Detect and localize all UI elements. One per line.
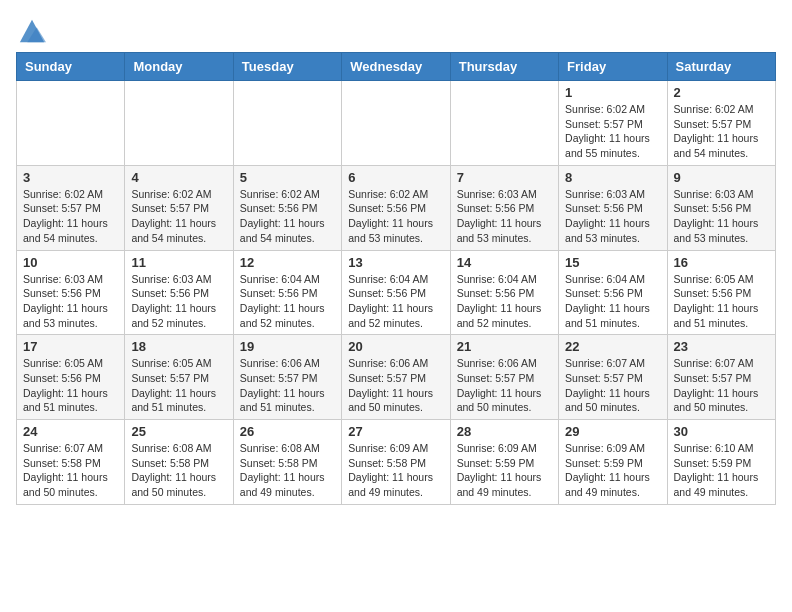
day-number: 13 — [348, 255, 443, 270]
calendar-cell: 11Sunrise: 6:03 AM Sunset: 5:56 PM Dayli… — [125, 250, 233, 335]
day-info: Sunrise: 6:07 AM Sunset: 5:57 PM Dayligh… — [674, 356, 769, 415]
page-header — [16, 16, 776, 40]
day-info: Sunrise: 6:05 AM Sunset: 5:56 PM Dayligh… — [674, 272, 769, 331]
day-number: 11 — [131, 255, 226, 270]
day-number: 8 — [565, 170, 660, 185]
calendar-cell: 25Sunrise: 6:08 AM Sunset: 5:58 PM Dayli… — [125, 420, 233, 505]
calendar-cell: 28Sunrise: 6:09 AM Sunset: 5:59 PM Dayli… — [450, 420, 558, 505]
day-info: Sunrise: 6:07 AM Sunset: 5:57 PM Dayligh… — [565, 356, 660, 415]
day-number: 27 — [348, 424, 443, 439]
day-info: Sunrise: 6:10 AM Sunset: 5:59 PM Dayligh… — [674, 441, 769, 500]
calendar-cell: 17Sunrise: 6:05 AM Sunset: 5:56 PM Dayli… — [17, 335, 125, 420]
day-number: 3 — [23, 170, 118, 185]
day-number: 9 — [674, 170, 769, 185]
calendar-week-row: 17Sunrise: 6:05 AM Sunset: 5:56 PM Dayli… — [17, 335, 776, 420]
day-number: 22 — [565, 339, 660, 354]
calendar-cell: 3Sunrise: 6:02 AM Sunset: 5:57 PM Daylig… — [17, 165, 125, 250]
day-info: Sunrise: 6:08 AM Sunset: 5:58 PM Dayligh… — [240, 441, 335, 500]
day-info: Sunrise: 6:07 AM Sunset: 5:58 PM Dayligh… — [23, 441, 118, 500]
day-number: 6 — [348, 170, 443, 185]
calendar-cell: 14Sunrise: 6:04 AM Sunset: 5:56 PM Dayli… — [450, 250, 558, 335]
calendar-cell: 26Sunrise: 6:08 AM Sunset: 5:58 PM Dayli… — [233, 420, 341, 505]
calendar-table: SundayMondayTuesdayWednesdayThursdayFrid… — [16, 52, 776, 505]
day-header-friday: Friday — [559, 53, 667, 81]
calendar-cell: 16Sunrise: 6:05 AM Sunset: 5:56 PM Dayli… — [667, 250, 775, 335]
day-info: Sunrise: 6:03 AM Sunset: 5:56 PM Dayligh… — [565, 187, 660, 246]
day-number: 10 — [23, 255, 118, 270]
day-header-saturday: Saturday — [667, 53, 775, 81]
calendar-cell: 24Sunrise: 6:07 AM Sunset: 5:58 PM Dayli… — [17, 420, 125, 505]
day-info: Sunrise: 6:08 AM Sunset: 5:58 PM Dayligh… — [131, 441, 226, 500]
day-number: 12 — [240, 255, 335, 270]
calendar-cell — [342, 81, 450, 166]
calendar-cell: 2Sunrise: 6:02 AM Sunset: 5:57 PM Daylig… — [667, 81, 775, 166]
calendar-cell: 30Sunrise: 6:10 AM Sunset: 5:59 PM Dayli… — [667, 420, 775, 505]
calendar-cell — [450, 81, 558, 166]
calendar-cell: 1Sunrise: 6:02 AM Sunset: 5:57 PM Daylig… — [559, 81, 667, 166]
day-number: 20 — [348, 339, 443, 354]
day-info: Sunrise: 6:02 AM Sunset: 5:57 PM Dayligh… — [565, 102, 660, 161]
calendar-week-row: 10Sunrise: 6:03 AM Sunset: 5:56 PM Dayli… — [17, 250, 776, 335]
calendar-cell — [17, 81, 125, 166]
day-info: Sunrise: 6:06 AM Sunset: 5:57 PM Dayligh… — [348, 356, 443, 415]
day-number: 15 — [565, 255, 660, 270]
day-info: Sunrise: 6:04 AM Sunset: 5:56 PM Dayligh… — [348, 272, 443, 331]
day-number: 2 — [674, 85, 769, 100]
day-number: 19 — [240, 339, 335, 354]
day-number: 17 — [23, 339, 118, 354]
day-info: Sunrise: 6:09 AM Sunset: 5:58 PM Dayligh… — [348, 441, 443, 500]
day-info: Sunrise: 6:03 AM Sunset: 5:56 PM Dayligh… — [131, 272, 226, 331]
day-number: 1 — [565, 85, 660, 100]
day-info: Sunrise: 6:06 AM Sunset: 5:57 PM Dayligh… — [240, 356, 335, 415]
day-number: 26 — [240, 424, 335, 439]
day-header-monday: Monday — [125, 53, 233, 81]
calendar-cell: 6Sunrise: 6:02 AM Sunset: 5:56 PM Daylig… — [342, 165, 450, 250]
day-info: Sunrise: 6:09 AM Sunset: 5:59 PM Dayligh… — [457, 441, 552, 500]
day-info: Sunrise: 6:04 AM Sunset: 5:56 PM Dayligh… — [240, 272, 335, 331]
day-number: 16 — [674, 255, 769, 270]
day-info: Sunrise: 6:02 AM Sunset: 5:56 PM Dayligh… — [240, 187, 335, 246]
calendar-week-row: 24Sunrise: 6:07 AM Sunset: 5:58 PM Dayli… — [17, 420, 776, 505]
day-info: Sunrise: 6:03 AM Sunset: 5:56 PM Dayligh… — [457, 187, 552, 246]
day-header-thursday: Thursday — [450, 53, 558, 81]
calendar-cell: 10Sunrise: 6:03 AM Sunset: 5:56 PM Dayli… — [17, 250, 125, 335]
logo-icon — [18, 16, 46, 44]
calendar-cell: 9Sunrise: 6:03 AM Sunset: 5:56 PM Daylig… — [667, 165, 775, 250]
day-number: 25 — [131, 424, 226, 439]
day-info: Sunrise: 6:05 AM Sunset: 5:56 PM Dayligh… — [23, 356, 118, 415]
day-number: 4 — [131, 170, 226, 185]
logo — [16, 16, 46, 40]
day-number: 5 — [240, 170, 335, 185]
calendar-cell: 27Sunrise: 6:09 AM Sunset: 5:58 PM Dayli… — [342, 420, 450, 505]
day-number: 7 — [457, 170, 552, 185]
calendar-cell: 13Sunrise: 6:04 AM Sunset: 5:56 PM Dayli… — [342, 250, 450, 335]
day-number: 18 — [131, 339, 226, 354]
day-info: Sunrise: 6:02 AM Sunset: 5:57 PM Dayligh… — [674, 102, 769, 161]
calendar-cell: 12Sunrise: 6:04 AM Sunset: 5:56 PM Dayli… — [233, 250, 341, 335]
day-info: Sunrise: 6:04 AM Sunset: 5:56 PM Dayligh… — [565, 272, 660, 331]
day-info: Sunrise: 6:05 AM Sunset: 5:57 PM Dayligh… — [131, 356, 226, 415]
calendar-cell: 4Sunrise: 6:02 AM Sunset: 5:57 PM Daylig… — [125, 165, 233, 250]
day-info: Sunrise: 6:02 AM Sunset: 5:57 PM Dayligh… — [23, 187, 118, 246]
day-info: Sunrise: 6:02 AM Sunset: 5:57 PM Dayligh… — [131, 187, 226, 246]
day-info: Sunrise: 6:06 AM Sunset: 5:57 PM Dayligh… — [457, 356, 552, 415]
calendar-week-row: 1Sunrise: 6:02 AM Sunset: 5:57 PM Daylig… — [17, 81, 776, 166]
calendar-cell: 23Sunrise: 6:07 AM Sunset: 5:57 PM Dayli… — [667, 335, 775, 420]
day-number: 28 — [457, 424, 552, 439]
day-header-sunday: Sunday — [17, 53, 125, 81]
day-info: Sunrise: 6:02 AM Sunset: 5:56 PM Dayligh… — [348, 187, 443, 246]
calendar-cell: 22Sunrise: 6:07 AM Sunset: 5:57 PM Dayli… — [559, 335, 667, 420]
calendar-header-row: SundayMondayTuesdayWednesdayThursdayFrid… — [17, 53, 776, 81]
calendar-cell: 20Sunrise: 6:06 AM Sunset: 5:57 PM Dayli… — [342, 335, 450, 420]
day-number: 30 — [674, 424, 769, 439]
day-number: 24 — [23, 424, 118, 439]
day-header-tuesday: Tuesday — [233, 53, 341, 81]
day-number: 23 — [674, 339, 769, 354]
calendar-cell: 7Sunrise: 6:03 AM Sunset: 5:56 PM Daylig… — [450, 165, 558, 250]
day-info: Sunrise: 6:03 AM Sunset: 5:56 PM Dayligh… — [23, 272, 118, 331]
calendar-cell: 5Sunrise: 6:02 AM Sunset: 5:56 PM Daylig… — [233, 165, 341, 250]
day-number: 29 — [565, 424, 660, 439]
day-info: Sunrise: 6:03 AM Sunset: 5:56 PM Dayligh… — [674, 187, 769, 246]
day-info: Sunrise: 6:09 AM Sunset: 5:59 PM Dayligh… — [565, 441, 660, 500]
calendar-cell: 19Sunrise: 6:06 AM Sunset: 5:57 PM Dayli… — [233, 335, 341, 420]
